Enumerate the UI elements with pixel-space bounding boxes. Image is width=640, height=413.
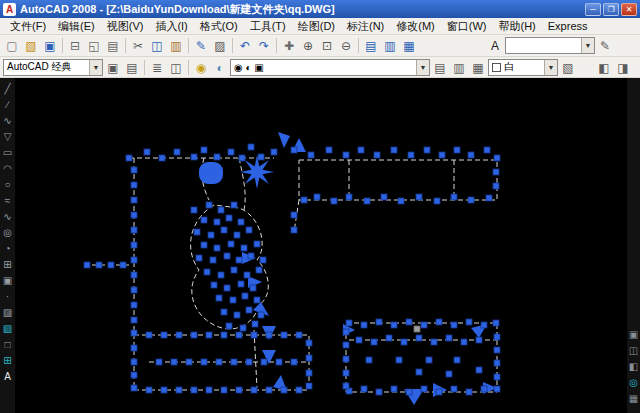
grip[interactable] [196,255,202,261]
grip[interactable] [446,371,452,377]
grip[interactable] [366,357,372,363]
grip[interactable] [191,387,197,393]
publish-button[interactable]: ▤ [104,37,122,54]
make-block-tool[interactable]: ▣ [1,274,14,287]
grip[interactable] [439,152,445,158]
grip[interactable] [254,241,260,247]
maximize-button[interactable]: ❐ [603,3,619,16]
point-tool[interactable]: · [1,290,14,303]
grip[interactable] [386,335,392,341]
spline-tool[interactable]: ∿ [1,210,14,223]
grip[interactable] [221,387,227,393]
toolbar-extra-button-1[interactable]: ◧ [595,59,613,76]
grip[interactable] [494,360,500,366]
chevron-down-icon[interactable]: ▼ [544,60,557,75]
grip[interactable] [466,319,472,325]
grip[interactable] [211,282,217,288]
grip[interactable] [191,332,197,338]
grip[interactable] [234,312,240,318]
grip[interactable] [494,155,500,161]
save-button[interactable]: ▣ [41,37,59,54]
grip[interactable] [486,195,492,201]
grip[interactable] [494,374,500,380]
grip[interactable] [416,369,422,375]
grip[interactable] [481,322,487,328]
drawing-canvas[interactable] [15,78,627,413]
selected-geometry-line[interactable] [239,158,245,210]
grip[interactable] [306,355,312,361]
grip[interactable] [371,339,377,345]
grip[interactable] [494,347,500,353]
grip[interactable] [174,149,180,155]
grip[interactable] [131,330,137,336]
grip[interactable] [346,194,352,200]
grip[interactable] [476,367,482,373]
line-tool[interactable]: ╱ [1,82,14,95]
grip[interactable] [228,241,234,247]
grip[interactable] [416,194,422,200]
grip[interactable] [251,387,257,393]
grip[interactable] [358,147,364,153]
grip[interactable] [218,207,224,213]
grip[interactable] [416,335,422,341]
grip[interactable] [131,227,137,233]
grip[interactable] [194,229,200,235]
grip[interactable] [401,339,407,345]
grip[interactable] [131,359,137,365]
layer-bulb-button[interactable]: ◉ [192,59,210,76]
grip[interactable] [426,357,432,363]
match-properties-button[interactable]: ✎ [192,37,210,54]
menu-draw[interactable]: 绘图(D) [292,18,341,35]
grip[interactable] [214,219,220,225]
grip[interactable] [494,334,500,340]
pan-button[interactable]: ✚ [280,37,298,54]
grip[interactable] [481,386,487,392]
grip[interactable] [381,194,387,200]
grip[interactable] [131,182,137,188]
grip[interactable] [436,389,442,395]
grip[interactable] [346,320,352,326]
grip[interactable] [234,232,240,238]
polyline-tool[interactable]: ∿ [1,114,14,127]
menu-modify[interactable]: 修改(M) [390,18,441,35]
grip[interactable] [204,269,210,275]
menu-insert[interactable]: 插入(I) [149,18,193,35]
grip[interactable] [468,152,474,158]
redo-button[interactable]: ↷ [255,37,273,54]
open-file-button[interactable]: ▧ [22,37,40,54]
grip[interactable] [281,387,287,393]
copy-button[interactable]: ◫ [148,37,166,54]
grip[interactable] [451,194,457,200]
grip[interactable] [331,198,337,204]
grip[interactable] [421,386,427,392]
grip[interactable] [96,262,102,268]
grip[interactable] [391,147,397,153]
hatch-tool[interactable]: ▨ [1,306,14,319]
grip[interactable] [171,359,177,365]
grip[interactable] [218,272,224,278]
grip[interactable] [291,359,297,365]
undo-button[interactable]: ↶ [236,37,254,54]
grip[interactable] [228,149,234,155]
workspace-combo[interactable]: AutoCAD 经典▼ [3,59,103,76]
grip[interactable] [221,227,227,233]
grip[interactable] [252,321,258,327]
grip[interactable] [144,149,150,155]
make-layer-current-button[interactable]: ▤ [431,59,449,76]
grip[interactable] [266,387,272,393]
grip[interactable] [291,147,297,153]
grip[interactable] [238,281,244,287]
grip[interactable] [216,359,222,365]
grip[interactable] [296,332,302,338]
grip[interactable] [276,359,282,365]
grip[interactable] [248,144,254,150]
grip[interactable] [236,332,242,338]
grip[interactable] [246,359,252,365]
grip[interactable] [493,169,499,175]
grip[interactable] [201,242,207,248]
insert-block-tool[interactable]: ⊞ [1,258,14,271]
plot-preview-button[interactable]: ◱ [85,37,103,54]
grip[interactable] [246,227,252,233]
grip[interactable] [343,356,349,362]
grip[interactable] [208,232,214,238]
